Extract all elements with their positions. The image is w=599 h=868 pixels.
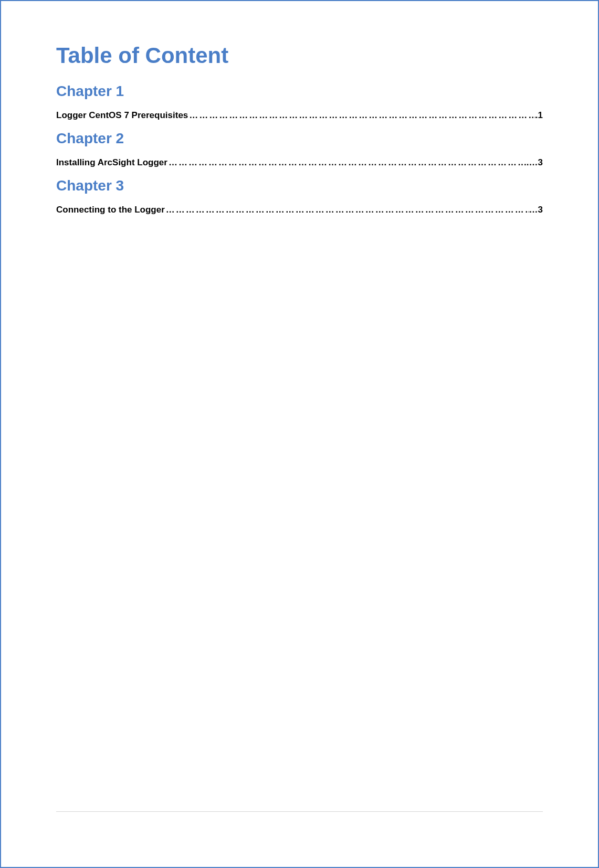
footer-divider <box>56 811 543 812</box>
toc-dots <box>165 205 529 215</box>
toc-entry-page: …3 <box>529 205 543 215</box>
toc-entry: Logger CentOS 7 Prerequisites .1 <box>56 110 543 121</box>
toc-section-2: Chapter 2 Installing ArcSight Logger ..…… <box>56 130 543 168</box>
chapter-heading-3: Chapter 3 <box>56 177 543 194</box>
toc-entry-page: .1 <box>535 110 543 121</box>
chapter-heading-2: Chapter 2 <box>56 130 543 147</box>
toc-dots <box>167 157 524 168</box>
toc-section-3: Chapter 3 Connecting to the Logger …3 <box>56 177 543 215</box>
toc-entry-label: Logger CentOS 7 Prerequisites <box>56 110 188 121</box>
toc-section-1: Chapter 1 Logger CentOS 7 Prerequisites … <box>56 83 543 121</box>
toc-entry-label: Connecting to the Logger <box>56 205 165 215</box>
chapter-heading-1: Chapter 1 <box>56 83 543 100</box>
document-page: Table of Content Chapter 1 Logger CentOS… <box>1 1 598 867</box>
toc-entry-page: ..…3 <box>524 157 543 168</box>
toc-entry-label: Installing ArcSight Logger <box>56 157 167 168</box>
toc-dots <box>188 110 535 121</box>
page-title: Table of Content <box>56 43 543 68</box>
toc-entry: Connecting to the Logger …3 <box>56 205 543 215</box>
toc-entry: Installing ArcSight Logger ..…3 <box>56 157 543 168</box>
